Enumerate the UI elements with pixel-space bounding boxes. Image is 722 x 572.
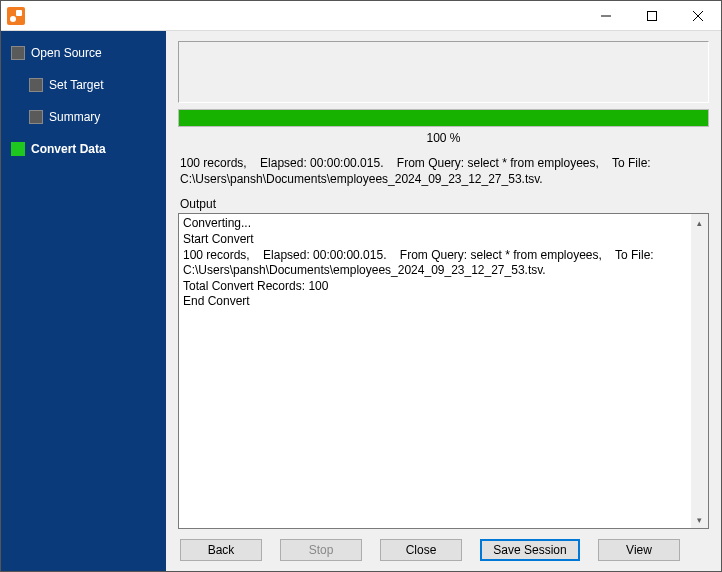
scroll-up-icon[interactable]: ▴ [691,214,708,231]
output-box: Converting... Start Convert 100 records,… [178,213,709,529]
step-box-icon [29,78,43,92]
sidebar: Open Source Set Target Summary Convert D… [1,31,166,571]
maximize-icon [647,11,657,21]
sidebar-item-set-target[interactable]: Set Target [1,73,166,97]
titlebar [1,1,721,31]
minimize-icon [601,11,611,21]
sidebar-item-label: Summary [49,110,100,124]
step-box-icon [11,142,25,156]
button-row: Back Stop Close Save Session View [178,529,709,563]
sidebar-item-label: Convert Data [31,142,106,156]
window-controls [583,1,721,30]
sidebar-item-open-source[interactable]: Open Source [1,41,166,65]
main-panel: 100 % 100 records, Elapsed: 00:00:00.015… [166,31,721,571]
progress-section: 100 % [178,109,709,151]
minimize-button[interactable] [583,1,629,30]
sidebar-item-convert-data[interactable]: Convert Data [1,137,166,161]
close-icon [693,11,703,21]
body: Open Source Set Target Summary Convert D… [1,31,721,571]
maximize-button[interactable] [629,1,675,30]
stop-button: Stop [280,539,362,561]
app-window: Open Source Set Target Summary Convert D… [0,0,722,572]
progress-bar [178,109,709,127]
sidebar-item-label: Open Source [31,46,102,60]
save-session-button[interactable]: Save Session [480,539,580,561]
scroll-down-icon[interactable]: ▾ [691,511,708,528]
close-window-button[interactable] [675,1,721,30]
titlebar-left [1,7,25,25]
status-text: 100 records, Elapsed: 00:00:00.015. From… [178,155,709,197]
output-text[interactable]: Converting... Start Convert 100 records,… [179,214,691,528]
svg-rect-1 [648,11,657,20]
scrollbar[interactable]: ▴ ▾ [691,214,708,528]
step-box-icon [29,110,43,124]
close-button[interactable]: Close [380,539,462,561]
sidebar-item-summary[interactable]: Summary [1,105,166,129]
progress-label: 100 % [178,127,709,151]
app-icon [7,7,25,25]
back-button[interactable]: Back [180,539,262,561]
output-label: Output [178,197,709,211]
view-button[interactable]: View [598,539,680,561]
top-panel [178,41,709,103]
sidebar-item-label: Set Target [49,78,103,92]
step-box-icon [11,46,25,60]
progress-fill [179,110,708,126]
